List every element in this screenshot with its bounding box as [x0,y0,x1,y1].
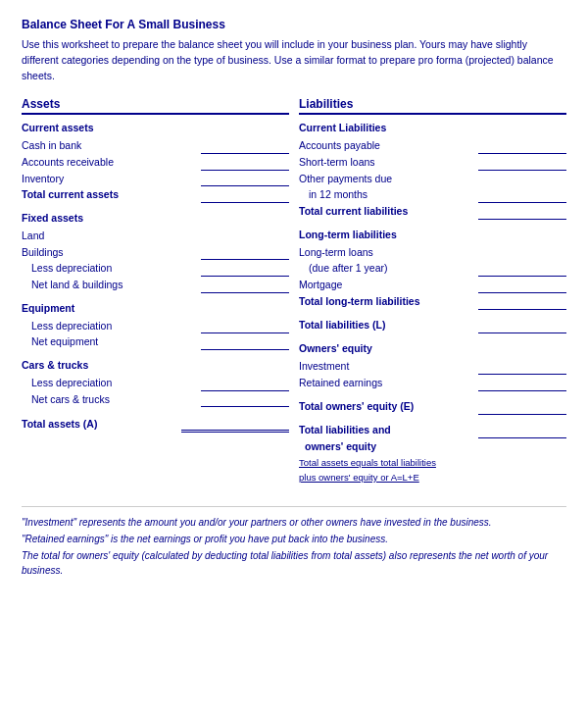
total-long-term-liabilities: Total long-term liabilities [299,294,566,310]
cash-in-bank: Cash in bank [22,138,289,154]
other-payments-due: Other payments due [299,172,566,187]
retained-earnings: Retained earnings [299,376,566,391]
cars-trucks-section: Cars & trucks Less depreciation Net cars… [22,358,289,407]
current-assets-section: Current assets Cash in bank Accounts rec… [22,121,289,203]
total-current-liabilities: Total current liabilities [299,204,566,220]
owners-equity-section: Owners' equity Investment Retained earni… [299,341,566,390]
assets-header: Assets [22,97,289,115]
footer-note-3: The total for owners' equity (calculated… [22,548,566,578]
land: Land [22,229,289,244]
total-owners-equity-section: Total owners' equity (E) [299,399,566,416]
footer-note-2: "Retained earnings" is the net earnings … [22,532,566,546]
accounts-payable: Accounts payable [299,138,566,154]
assets-column: Assets Current assets Cash in bank Accou… [22,97,289,492]
buildings: Buildings [22,245,289,261]
net-land-buildings: Net land & buildings [22,278,289,293]
less-depreciation-buildings: Less depreciation [22,261,289,277]
fixed-assets-title: Fixed assets [22,211,289,228]
net-cars-trucks: Net cars & trucks [22,392,289,408]
due-after-1-year: (due after 1 year) [299,261,566,277]
mortgage: Mortgage [299,278,566,293]
less-depreciation-equipment: Less depreciation [22,319,289,334]
equipment-title: Equipment [22,301,289,318]
total-note-1: Total assets equals total liabilities [299,456,566,470]
page-title: Balance Sheet For A Small Business [22,18,566,31]
total-note-2: plus owners' equity or A=L+E [299,471,566,485]
total-current-assets: Total current assets [22,187,289,203]
owners-equity-combined: owners' equity [299,439,566,455]
total-assets-section: Total assets (A) [22,417,289,433]
in-12-months: in 12 months [299,187,566,203]
total-liabilities-equity: Total liabilities and [299,423,566,438]
long-term-liabilities-section: Long-term liabilities Long-term loans (d… [299,228,566,310]
long-term-loans: Long-term loans [299,245,566,261]
footer-note-1: "Investment" represents the amount you a… [22,515,566,530]
total-assets: Total assets (A) [22,417,289,433]
cars-trucks-title: Cars & trucks [22,358,289,375]
current-liabilities-title: Current Liabilities [299,121,566,137]
fixed-assets-section: Fixed assets Land Buildings Less depreci… [22,211,289,293]
intro-text: Use this worksheet to prepare the balanc… [22,37,566,83]
total-owners-equity: Total owners' equity (E) [299,399,566,416]
short-term-loans: Short-term loans [299,155,566,171]
inventory: Inventory [22,172,289,187]
equipment-section: Equipment Less depreciation Net equipmen… [22,301,289,350]
current-assets-title: Current assets [22,121,289,137]
investment: Investment [299,359,566,375]
net-equipment: Net equipment [22,334,289,350]
total-liabilities: Total liabilities (L) [299,318,566,334]
long-term-liabilities-title: Long-term liabilities [299,228,566,244]
liabilities-header: Liabilities [299,97,566,115]
less-depreciation-cars: Less depreciation [22,376,289,391]
footer-notes: "Investment" represents the amount you a… [22,506,566,578]
accounts-receivable: Accounts receivable [22,155,289,171]
total-liabilities-section: Total liabilities (L) [299,318,566,334]
liabilities-column: Liabilities Current Liabilities Accounts… [299,97,566,492]
total-liabilities-equity-section: Total liabilities and owners' equity Tot… [299,423,566,485]
owners-equity-title: Owners' equity [299,341,566,358]
current-liabilities-section: Current Liabilities Accounts payable Sho… [299,121,566,220]
